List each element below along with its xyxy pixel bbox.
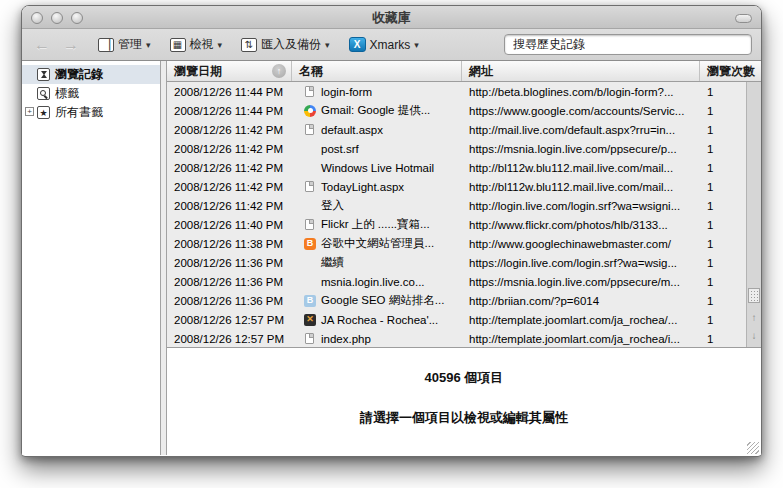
close-button[interactable]: [31, 12, 43, 24]
table-row[interactable]: 2008/12/26 11:36 PM 繼續 https://login.liv…: [167, 253, 761, 272]
table-row[interactable]: 2008/12/26 11:40 PM Flickr 上的 ......寶箱..…: [167, 215, 761, 234]
toolbar-toggle-button[interactable]: [735, 14, 752, 23]
row-url: http://www.flickr.com/photos/hlb/3133...: [462, 219, 700, 231]
row-url: http://bl112w.blu112.mail.live.com/mail.…: [462, 162, 700, 174]
row-date: 2008/12/26 11:42 PM: [167, 124, 292, 136]
table-row[interactable]: 2008/12/26 11:44 PM Gmail: Google 提供... …: [167, 101, 761, 120]
row-name: 登入: [292, 198, 462, 213]
row-url: http://template.joomlart.com/ja_rochea/.…: [462, 314, 700, 326]
history-icon: [37, 68, 50, 81]
chevron-down-icon: ▾: [146, 40, 151, 50]
windows-favicon-icon: [304, 143, 316, 155]
row-url: http://mail.live.com/default.aspx?rru=in…: [462, 124, 700, 136]
joomla-favicon-icon: ✕: [304, 314, 316, 326]
title-bar[interactable]: 收藏庫: [22, 6, 761, 29]
row-date: 2008/12/26 11:42 PM: [167, 162, 292, 174]
content-area: 瀏覽記錄 標籤 + ★ 所有書籤 瀏覽日期 ↑ 名稱: [22, 61, 761, 455]
organize-button[interactable]: ▕ 管理 ▾: [95, 34, 154, 55]
forward-icon[interactable]: →: [60, 36, 82, 54]
chevron-down-icon: ▾: [414, 40, 419, 50]
windows-favicon-icon: [304, 199, 316, 212]
window-title: 收藏庫: [22, 6, 761, 29]
sidebar-item-label: 瀏覽記錄: [55, 66, 103, 83]
back-icon[interactable]: ←: [31, 36, 53, 54]
sidebar-item-all-bookmarks[interactable]: + ★ 所有書籤: [22, 103, 160, 122]
row-date: 2008/12/26 11:44 PM: [167, 86, 292, 98]
toolbar: ← → ▕ 管理 ▾ ▦ 檢視 ▾ ⇅ 匯入及備份 ▾ X Xmarks ▾: [22, 29, 761, 61]
table-row[interactable]: 2008/12/26 11:42 PM TodayLight.aspx http…: [167, 177, 761, 196]
windows-favicon-icon: [304, 162, 316, 174]
row-url: http://beta.bloglines.com/b/login-form?.…: [462, 86, 700, 98]
row-date: 2008/12/26 11:40 PM: [167, 219, 292, 231]
item-count-label: 40596 個項目: [167, 369, 761, 387]
organize-icon: ▕: [98, 38, 114, 52]
row-date: 2008/12/26 11:36 PM: [167, 276, 292, 288]
scrollbar-thumb[interactable]: [748, 288, 760, 303]
search-input[interactable]: [504, 34, 752, 55]
blue-b-favicon-icon: B: [304, 295, 316, 307]
blogger-favicon-icon: B: [304, 238, 316, 250]
row-url: http://briian.com/?p=6014: [462, 295, 700, 307]
table-row[interactable]: 2008/12/26 11:36 PM msnia.login.live.co.…: [167, 272, 761, 291]
row-name: 繼續: [292, 255, 462, 270]
views-button[interactable]: ▦ 檢視 ▾: [167, 34, 226, 55]
xmarks-button[interactable]: X Xmarks ▾: [346, 35, 422, 54]
vertical-scrollbar[interactable]: ↑ ↓: [746, 82, 761, 347]
table-row[interactable]: 2008/12/26 11:42 PM Windows Live Hotmail…: [167, 158, 761, 177]
scroll-down-icon[interactable]: ↓: [747, 329, 761, 343]
sidebar: 瀏覽記錄 標籤 + ★ 所有書籤: [22, 61, 160, 455]
table-row[interactable]: 2008/12/26 11:42 PM default.aspx http://…: [167, 120, 761, 139]
scroll-up-icon[interactable]: ↑: [747, 311, 761, 325]
table-row[interactable]: 2008/12/26 11:42 PM post.srf https://msn…: [167, 139, 761, 158]
column-header-name[interactable]: 名稱: [292, 61, 462, 81]
table-row[interactable]: 2008/12/26 11:36 PM B Google SEO 網站排名...…: [167, 291, 761, 310]
page-favicon-icon: [305, 124, 314, 135]
organize-label: 管理: [118, 36, 142, 53]
row-name: msnia.login.live.co...: [292, 276, 462, 288]
window-controls: [31, 12, 83, 24]
sidebar-splitter[interactable]: [160, 61, 167, 455]
table-row[interactable]: 2008/12/26 11:42 PM 登入 http://login.live…: [167, 196, 761, 215]
row-date: 2008/12/26 11:36 PM: [167, 295, 292, 307]
row-name: TodayLight.aspx: [292, 181, 462, 193]
expander-plus-icon[interactable]: +: [25, 107, 34, 116]
row-name: B 谷歌中文網站管理員...: [292, 236, 462, 251]
sidebar-item-tags[interactable]: 標籤: [22, 84, 160, 103]
xmarks-icon: X: [349, 37, 366, 52]
table-row[interactable]: 2008/12/26 11:38 PM B 谷歌中文網站管理員... http:…: [167, 234, 761, 253]
sort-ascending-icon[interactable]: ↑: [272, 64, 286, 78]
row-date: 2008/12/26 11:44 PM: [167, 105, 292, 117]
chevron-down-icon: ▾: [325, 40, 330, 50]
column-header-date[interactable]: 瀏覽日期 ↑: [167, 61, 292, 81]
page-favicon-icon: [305, 219, 314, 230]
table-row[interactable]: 2008/12/26 12:57 PM ✕ JA Rochea - Rochea…: [167, 310, 761, 329]
table-header: 瀏覽日期 ↑ 名稱 網址 瀏覽次數: [167, 61, 761, 82]
views-label: 檢視: [190, 36, 214, 53]
zoom-button[interactable]: [71, 12, 83, 24]
page-favicon-icon: [305, 181, 314, 192]
row-date: 2008/12/26 11:36 PM: [167, 257, 292, 269]
library-window: 收藏庫 ← → ▕ 管理 ▾ ▦ 檢視 ▾ ⇅ 匯入及備份 ▾ X Xmarks…: [21, 5, 762, 457]
minimize-button[interactable]: [51, 12, 63, 24]
row-date: 2008/12/26 12:57 PM: [167, 314, 292, 326]
xmarks-label: Xmarks: [370, 38, 411, 52]
table-row[interactable]: 2008/12/26 12:57 PM index.php http://tem…: [167, 329, 761, 348]
history-list: 2008/12/26 11:44 PM login-form http://be…: [167, 82, 761, 348]
sidebar-item-history[interactable]: 瀏覽記錄: [22, 65, 160, 84]
row-url: https://msnia.login.live.com/ppsecure/p.…: [462, 143, 700, 155]
resize-grip[interactable]: [747, 442, 759, 454]
column-header-url[interactable]: 網址: [462, 61, 700, 81]
import-backup-button[interactable]: ⇅ 匯入及備份 ▾: [238, 34, 333, 55]
row-name: Gmail: Google 提供...: [292, 103, 462, 118]
views-icon: ▦: [170, 38, 186, 52]
bookmarks-icon: ★: [37, 106, 50, 119]
import-backup-icon: ⇅: [241, 38, 257, 52]
row-name: login-form: [292, 86, 462, 98]
row-url: http://www.googlechinawebmaster.com/: [462, 238, 700, 250]
google-favicon-icon: [304, 105, 316, 117]
column-header-visit-count[interactable]: 瀏覽次數: [700, 61, 761, 81]
table-row[interactable]: 2008/12/26 11:44 PM login-form http://be…: [167, 82, 761, 101]
sidebar-item-label: 標籤: [55, 85, 79, 102]
detail-pane: 40596 個項目 請選擇一個項目以檢視或編輯其屬性: [167, 348, 761, 455]
sidebar-item-label: 所有書籤: [55, 104, 103, 121]
